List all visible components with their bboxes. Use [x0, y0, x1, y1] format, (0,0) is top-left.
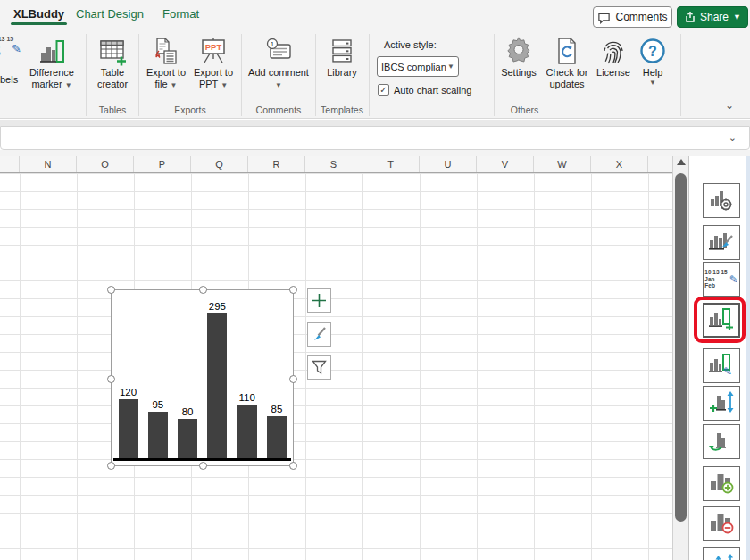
group-divider	[680, 34, 681, 116]
export-ppt-icon: PPT	[198, 36, 229, 66]
tab-chart-design[interactable]: Chart Design	[76, 7, 144, 21]
scale-charts-tool-button[interactable]	[703, 547, 740, 560]
labels-button-partial[interactable]: bels	[0, 74, 18, 85]
funnel-icon	[311, 359, 328, 376]
edit-difference-marker-tool-button[interactable]: ✎	[703, 348, 740, 383]
bars-plus-arrow-icon	[709, 390, 734, 417]
scrollbar-thumb[interactable]	[675, 173, 687, 522]
chart-bar[interactable]	[207, 313, 227, 458]
tab-format[interactable]: Format	[162, 7, 199, 21]
settings-button[interactable]: Settings	[496, 34, 541, 79]
help-button[interactable]: ? Help ▼	[634, 34, 671, 87]
chart-bar[interactable]	[267, 416, 287, 458]
export-to-ppt-button[interactable]: PPT Export to PPT ▼	[189, 34, 238, 91]
column-header-Q[interactable]: Q	[191, 156, 248, 172]
chart-bar[interactable]	[238, 405, 257, 458]
export-file-icon	[152, 36, 180, 66]
collapse-ribbon-chevron-icon[interactable]: ⌄	[725, 99, 734, 112]
auto-chart-scaling-checkbox[interactable]: ✓	[378, 84, 389, 96]
group-label-comments: Comments	[248, 104, 309, 115]
add-comment-label: Add comment	[248, 67, 309, 78]
column-header-U[interactable]: U	[420, 156, 477, 172]
chart-settings-tool-button[interactable]	[703, 183, 740, 218]
chart-elements-plus-button[interactable]	[307, 288, 331, 313]
tab-xlbuddy[interactable]: XLBuddy	[13, 7, 64, 21]
check-for-updates-button[interactable]: Check for updates	[541, 34, 593, 90]
selected-chart[interactable]: 120958029511085	[111, 289, 294, 466]
formula-bar[interactable]: ⌄	[0, 126, 750, 150]
dropdown-chevron-icon: ▼	[221, 81, 228, 89]
add-scaling-tool-button[interactable]	[703, 386, 740, 421]
formula-bar-expand-chevron-icon[interactable]: ⌄	[729, 132, 737, 144]
license-button[interactable]: License	[593, 34, 634, 79]
selection-handle-w[interactable]	[107, 375, 115, 383]
column-header-N[interactable]: N	[20, 156, 77, 172]
column-header-R[interactable]: R	[248, 156, 305, 172]
selection-handle-ne[interactable]	[289, 286, 297, 294]
column-header-W[interactable]: W	[534, 156, 591, 172]
comment-bubble-icon	[597, 11, 611, 24]
selection-handle-sw[interactable]	[107, 462, 115, 470]
bars-circle-minus-icon	[709, 511, 734, 538]
difference-marker-icon	[38, 37, 66, 65]
chart-data-label: 120	[112, 387, 145, 397]
column-header-trailing	[648, 156, 671, 172]
table-creator-label: Table creator	[97, 67, 128, 89]
table-creator-button[interactable]: Table creator	[88, 34, 137, 90]
column-header-X[interactable]: X	[591, 156, 648, 172]
svg-text:1: 1	[271, 40, 275, 48]
chart-filter-funnel-button[interactable]	[307, 355, 331, 380]
column-header-P[interactable]: P	[134, 156, 191, 172]
share-chevron-icon: ▼	[733, 13, 741, 21]
share-button[interactable]: Share ▼	[677, 6, 748, 28]
chart-bar[interactable]	[148, 412, 168, 458]
edit-labels-ribbon-icon: 10 13 15 Jan Feb ✎	[0, 36, 23, 57]
export-to-file-button[interactable]: Export to file ▼	[143, 34, 189, 91]
remove-element-tool-button[interactable]	[703, 506, 740, 541]
chart-data-label: 80	[171, 406, 204, 417]
bars-undo-arrow-icon	[709, 429, 734, 456]
brush-icon	[311, 326, 328, 343]
add-element-tool-button[interactable]	[703, 466, 740, 501]
group-label-others: Others	[375, 104, 674, 115]
vertical-scrollbar[interactable]	[672, 156, 688, 560]
active-style-block: Active style: IBCS complian ▼ ✓ Auto cha…	[375, 34, 491, 96]
column-header-O[interactable]: O	[77, 156, 134, 172]
reset-scaling-tool-button[interactable]	[703, 424, 740, 459]
fingerprint-icon	[598, 36, 629, 66]
column-header-partial	[0, 156, 20, 172]
selection-handle-e[interactable]	[289, 375, 297, 383]
add-difference-marker-tool-button[interactable]	[703, 303, 740, 338]
bars-bracket-plus-icon	[709, 307, 734, 334]
chart-bar[interactable]	[178, 419, 197, 458]
chart-styles-brush-button[interactable]	[307, 322, 331, 347]
chart-style-brush-tool-button[interactable]	[703, 225, 740, 260]
chart-bar[interactable]	[119, 399, 138, 458]
ribbon-gap	[0, 120, 750, 126]
column-header-T[interactable]: T	[362, 156, 420, 172]
scroll-up-arrow-icon[interactable]	[677, 159, 686, 165]
edit-labels-tool-button[interactable]: 10 13 15JanFeb✎	[703, 262, 740, 297]
comments-button[interactable]: Comments	[593, 6, 672, 28]
selection-handle-n[interactable]	[199, 286, 207, 294]
add-comment-button[interactable]: 1 Add comment ▼	[248, 34, 309, 91]
export-file-label: Export to file	[146, 67, 186, 89]
pencil-icon: ✎	[12, 42, 21, 55]
library-button[interactable]: Library	[320, 34, 364, 79]
column-header-S[interactable]: S	[305, 156, 362, 172]
difference-marker-button[interactable]: Difference marker ▼	[21, 34, 82, 91]
selection-handle-se[interactable]	[289, 462, 297, 470]
selection-handle-s[interactable]	[199, 462, 207, 470]
active-style-dropdown[interactable]: IBCS complian ▼	[377, 56, 459, 77]
selection-handle-nw[interactable]	[107, 286, 115, 294]
comments-button-label: Comments	[615, 11, 667, 23]
group-divider	[86, 34, 87, 116]
svg-text:PPT: PPT	[205, 42, 222, 52]
dropdown-chevron-icon: ▼	[447, 63, 454, 71]
column-header-V[interactable]: V	[477, 156, 534, 172]
sheet-grid[interactable]	[0, 173, 672, 560]
auto-chart-scaling-label: Auto chart scaling	[394, 85, 471, 96]
dropdown-chevron-icon: ▼	[649, 79, 656, 87]
active-style-label: Active style:	[384, 39, 491, 50]
bars-circle-plus-icon	[709, 471, 734, 497]
